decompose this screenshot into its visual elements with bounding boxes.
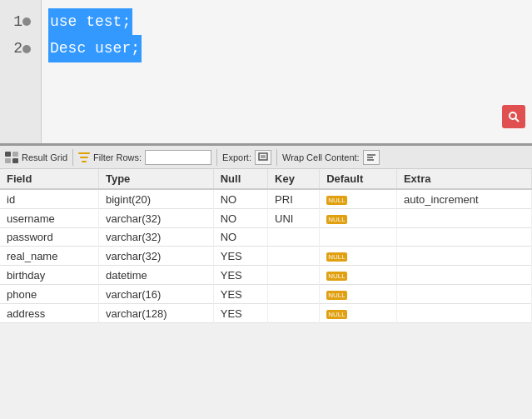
toolbar-separator-2 (216, 149, 217, 166)
cell-key: PRI (268, 189, 320, 209)
cell-default: NULL (320, 189, 397, 209)
cell-field: birthday (0, 266, 98, 285)
cell-field: address (0, 304, 98, 323)
table-row[interactable]: birthday datetime YES NULL (0, 266, 532, 285)
cell-default: NULL (320, 209, 397, 228)
cell-field: password (0, 228, 98, 247)
table-row[interactable]: password varchar(32) NO (0, 228, 532, 247)
cell-default: NULL (320, 285, 397, 304)
cell-type: bigint(20) (98, 189, 213, 209)
svg-rect-4 (5, 158, 11, 163)
export-label: Export: (222, 152, 251, 162)
result-toolbar: Result Grid Filter Rows: Export: Wrap Ce… (0, 146, 532, 169)
cell-default: NULL (320, 304, 397, 323)
cell-extra: auto_increment (396, 189, 531, 209)
cell-default: NULL (320, 266, 397, 285)
svg-rect-6 (78, 152, 90, 154)
cell-type: varchar(32) (98, 247, 213, 266)
search-button[interactable] (502, 105, 525, 128)
wrap-cell-label: Wrap Cell Content: (282, 152, 360, 162)
line-numbers: 1 2 (0, 0, 42, 143)
toolbar-separator-3 (276, 149, 277, 166)
line-number-1: 1 (7, 8, 34, 35)
cell-null: NO (213, 228, 267, 247)
code-line-2-text: Desc user; (48, 35, 142, 62)
col-header-null: Null (213, 169, 267, 189)
export-button[interactable] (255, 150, 271, 165)
table-header-row: Field Type Null Key Default Extra (0, 169, 532, 189)
svg-rect-7 (80, 157, 88, 158)
cell-type: varchar(32) (98, 228, 213, 247)
cell-key (268, 266, 320, 285)
col-header-key: Key (268, 169, 320, 189)
cell-null: NO (213, 209, 267, 228)
table-body: id bigint(20) NO PRI NULL auto_increment… (0, 189, 532, 323)
filter-icon (78, 152, 90, 162)
cell-null: YES (213, 285, 267, 304)
cell-null: YES (213, 304, 267, 323)
cell-default: NULL (320, 247, 397, 266)
code-line-2: Desc user; (48, 35, 525, 62)
col-header-extra: Extra (396, 169, 531, 189)
table-row[interactable]: id bigint(20) NO PRI NULL auto_increment (0, 189, 532, 209)
cell-extra (396, 304, 531, 323)
code-line-1: use test; (48, 8, 525, 35)
cell-key (268, 285, 320, 304)
wrap-cell-section: Wrap Cell Content: (282, 150, 380, 165)
cell-extra (396, 266, 531, 285)
cell-field: phone (0, 285, 98, 304)
table-row[interactable]: username varchar(32) NO UNI NULL (0, 209, 532, 228)
cell-field: real_name (0, 247, 98, 266)
table-row[interactable]: phone varchar(16) YES NULL (0, 285, 532, 304)
col-header-field: Field (0, 169, 98, 189)
result-grid-section: Result Grid (5, 152, 67, 163)
wrap-cell-button[interactable] (363, 150, 380, 165)
cell-key: UNI (268, 209, 320, 228)
search-icon (508, 111, 520, 122)
cell-type: varchar(128) (98, 304, 213, 323)
cell-type: varchar(16) (98, 285, 213, 304)
filter-rows-label: Filter Rows: (93, 152, 142, 162)
cell-key (268, 247, 320, 266)
cell-type: datetime (98, 266, 213, 285)
col-header-type: Type (98, 169, 213, 189)
cell-null: YES (213, 266, 267, 285)
table-row[interactable]: real_name varchar(32) YES NULL (0, 247, 532, 266)
filter-rows-section: Filter Rows: (78, 150, 211, 165)
cell-type: varchar(32) (98, 209, 213, 228)
cell-key (268, 304, 320, 323)
cell-extra (396, 228, 531, 247)
svg-rect-3 (12, 152, 18, 157)
code-line-1-text: use test; (48, 8, 132, 35)
result-grid-icon (5, 152, 18, 163)
line-number-2: 2 (7, 35, 34, 62)
filter-rows-input[interactable] (145, 150, 211, 165)
result-grid-label: Result Grid (22, 152, 67, 162)
svg-point-0 (510, 112, 516, 119)
cell-null: YES (213, 247, 267, 266)
toolbar-separator-1 (72, 149, 73, 166)
cell-field: username (0, 209, 98, 228)
svg-rect-8 (82, 161, 87, 162)
cell-extra (396, 247, 531, 266)
svg-rect-2 (5, 152, 11, 157)
svg-line-1 (515, 118, 519, 122)
table-row[interactable]: address varchar(128) YES NULL (0, 304, 532, 323)
col-header-default: Default (320, 169, 397, 189)
code-editor: 1 2 use test; Desc user; (0, 0, 532, 146)
export-icon (258, 152, 268, 162)
cell-field: id (0, 189, 98, 209)
result-table-container: Field Type Null Key Default Extra id big… (0, 169, 532, 419)
wrap-icon (366, 152, 376, 162)
svg-rect-5 (12, 158, 18, 163)
cell-key (268, 228, 320, 247)
cell-null: NO (213, 189, 267, 209)
code-lines[interactable]: use test; Desc user; (42, 0, 532, 143)
result-table: Field Type Null Key Default Extra id big… (0, 169, 532, 323)
cell-extra (396, 209, 531, 228)
svg-rect-9 (259, 153, 267, 160)
cell-extra (396, 285, 531, 304)
export-section: Export: (222, 150, 271, 165)
cell-default (320, 228, 397, 247)
table-header: Field Type Null Key Default Extra (0, 169, 532, 189)
